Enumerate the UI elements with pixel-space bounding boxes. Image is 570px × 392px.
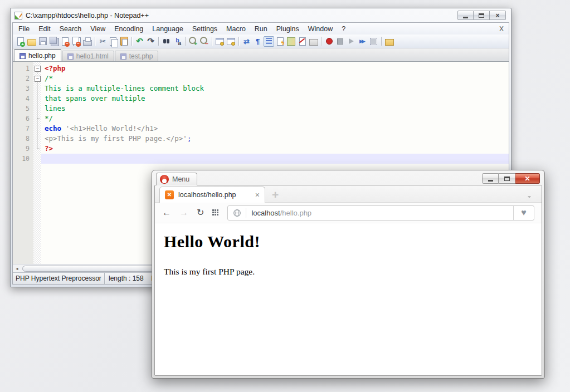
saved-file-icon [67,53,74,60]
notepadpp-window-controls: × [457,11,506,20]
zoom-in-icon[interactable] [188,36,198,47]
tab-close-icon[interactable]: × [255,191,260,199]
save-icon[interactable] [37,36,48,47]
opera-titlebar[interactable]: Menu ✕ [154,170,542,185]
zoom-out-icon[interactable] [199,36,210,47]
back-button[interactable]: ← [162,208,171,217]
fold-line [33,154,41,164]
save-all-icon[interactable] [48,36,59,47]
menu-item-search[interactable]: Search [55,24,86,34]
redo-icon[interactable] [145,36,156,47]
show-all-characters-icon[interactable] [252,36,263,47]
address-url[interactable]: localhost/hello.php [246,209,311,217]
code-token-comment: /* [45,74,53,82]
menu-item-settings[interactable]: Settings [188,24,222,34]
cut-icon[interactable] [98,36,108,47]
fold-collapse-icon[interactable] [33,63,41,74]
page-paragraph: This is my first PHP page. [164,267,533,277]
menu-item-file[interactable]: File [14,24,34,34]
code-token-string: <p>This is my first PHP page.</p>' [45,134,187,143]
code-line[interactable]: <?php [41,63,509,74]
code-line[interactable]: */ [41,114,509,124]
find-icon[interactable] [161,36,172,47]
reload-button[interactable]: ↻ [197,208,204,217]
notepadpp-app-icon [14,12,22,19]
macro-stop-icon[interactable] [335,36,345,47]
tab-label: test.php [129,52,153,60]
toolbar-separator [131,37,132,46]
open-file-icon[interactable] [26,36,37,47]
new-file-icon[interactable] [15,36,26,47]
word-wrap-icon[interactable] [241,36,252,47]
code-line[interactable]: This is a multiple-lines comment block [41,84,509,94]
menu-item-plugins[interactable]: Plugins [272,24,304,34]
opera-menu-label: Menu [172,175,189,183]
close-button[interactable]: × [490,11,506,20]
code-token-phptag: <?php [45,64,66,72]
code-token-punct: ; [187,134,192,143]
saved-file-icon [20,53,26,59]
code-line[interactable]: echo '<h1>Hello World!</h1> [41,124,509,134]
document-monitor-icon[interactable] [297,36,308,47]
code-line[interactable]: that spans over multiple [41,94,509,104]
code-line[interactable]: ?> [41,144,509,154]
notepadpp-menubar: FileEditSearchViewEncodingLanguageSettin… [13,23,509,35]
replace-icon[interactable] [172,36,183,47]
code-token-string: '<h1>Hello World!</h1> [66,124,158,133]
opera-menu-button[interactable]: Menu [156,173,197,185]
maximize-icon [479,13,484,18]
document-tab-hello-php[interactable]: hello.php [14,49,61,61]
code-line[interactable]: /* [41,74,509,84]
address-bar[interactable]: localhost/hello.php ♥ [227,205,534,220]
code-line[interactable]: <p>This is my first PHP page.</p>'; [41,134,509,144]
macro-save-icon[interactable] [368,36,379,47]
globe-icon [228,209,246,217]
scroll-left-arrow-icon[interactable]: ◂ [13,264,21,272]
macro-run-multiple-icon[interactable] [357,36,368,47]
tab-list-button[interactable] [525,189,534,198]
copy-icon[interactable] [108,36,118,47]
fold-collapse-icon[interactable] [33,74,41,84]
menubar-close-icon[interactable]: X [499,25,509,33]
function-completion-icon[interactable] [275,36,285,47]
macro-play-icon[interactable] [346,36,357,47]
menu-item-view[interactable]: View [86,24,110,34]
menu-item-encoding[interactable]: Encoding [110,24,148,34]
menu-item-window[interactable]: Window [304,24,337,34]
minimize-button[interactable] [457,11,474,20]
indent-guide-icon[interactable] [264,36,274,47]
menu-item-run[interactable]: Run [250,24,272,34]
run-external-icon[interactable] [384,36,394,47]
document-map-icon[interactable] [286,36,296,47]
sync-scroll-v-icon[interactable] [215,36,225,47]
close-all-icon[interactable] [71,36,81,47]
new-tab-button[interactable]: + [272,190,279,200]
undo-icon[interactable] [134,36,145,47]
document-tab-test-php[interactable]: test.php [115,51,159,61]
folder-as-workspace-icon[interactable] [308,36,319,47]
code-line[interactable]: lines [41,104,509,114]
maximize-button[interactable] [474,11,490,20]
bookmark-heart-button[interactable]: ♥ [513,206,534,220]
current-code-line[interactable] [41,154,509,164]
document-tab-hello1-html[interactable]: hello1.html [62,51,114,61]
menu-item-?[interactable]: ? [337,24,350,34]
sync-scroll-h-icon[interactable] [226,36,236,47]
print-icon[interactable] [82,36,92,47]
close-icon: ✕ [524,175,530,183]
notepadpp-titlebar[interactable]: C:\xampp\htdocs\hello.php - Notepad++ × [12,8,509,22]
code-token-comment: lines [45,104,66,112]
forward-button[interactable]: → [179,208,188,217]
menu-item-language[interactable]: Language [148,24,188,34]
macro-record-icon[interactable] [324,36,334,47]
minimize-button[interactable] [482,173,499,184]
speed-dial-button[interactable] [212,209,219,216]
fold-margin[interactable] [33,62,41,264]
close-file-icon[interactable] [60,36,70,47]
maximize-button[interactable] [499,173,515,184]
menu-item-edit[interactable]: Edit [34,24,55,34]
browser-tab[interactable]: ✕ localhost/hello.php × [159,187,265,203]
menu-item-macro[interactable]: Macro [222,24,250,34]
paste-icon[interactable] [119,36,129,47]
close-button[interactable]: ✕ [515,173,540,184]
